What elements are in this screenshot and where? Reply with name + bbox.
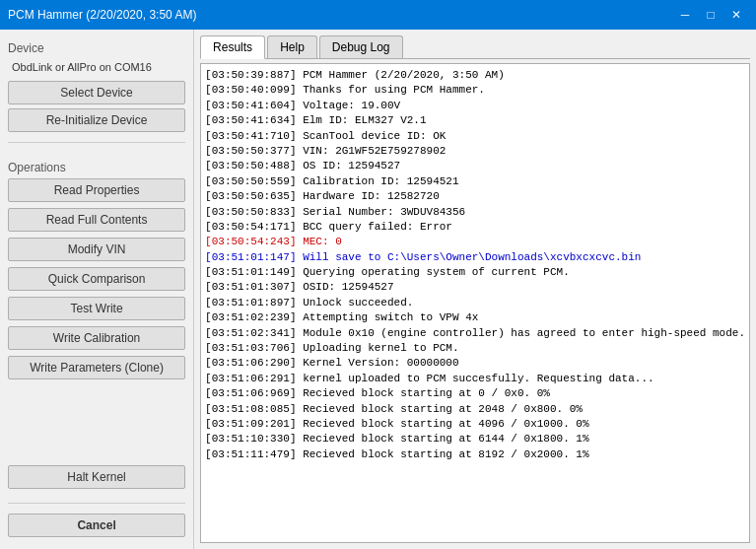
log-line: [03:51:06:969] Recieved block starting a… [205, 386, 745, 401]
log-line: [03:51:02:341] Module 0x10 (engine contr… [205, 326, 745, 341]
operations-section: Operations Read Properties Read Full Con… [8, 157, 185, 383]
log-area[interactable]: [03:50:39:887] PCM Hammer (2/20/2020, 3:… [200, 63, 750, 543]
log-line: [03:50:50:559] Calibration ID: 12594521 [205, 174, 745, 189]
log-line: [03:50:41:710] ScanTool device ID: OK [205, 129, 745, 144]
log-line: [03:50:50:833] Serial Number: 3WDUV84356 [205, 205, 745, 220]
log-line: [03:50:54:171] BCC query failed: Error [205, 220, 745, 235]
close-button[interactable]: ✕ [724, 5, 748, 25]
log-line: [03:50:50:635] Hardware ID: 12582720 [205, 189, 745, 204]
re-initialize-button[interactable]: Re-Initialize Device [8, 108, 185, 132]
log-line: [03:50:41:604] Voltage: 19.00V [205, 99, 745, 113]
tab-help[interactable]: Help [267, 35, 317, 58]
log-line: [03:51:02:239] Attempting switch to VPW … [205, 310, 745, 325]
log-line: [03:51:01:307] OSID: 12594527 [205, 280, 745, 295]
log-line: [03:51:08:085] Recieved block starting a… [205, 402, 745, 417]
main-content: Device ObdLink or AllPro on COM16 Select… [0, 30, 756, 549]
title-bar: PCM Hammer (2/20/2020, 3:50 AM) ─ □ ✕ [0, 0, 756, 30]
window-controls: ─ □ ✕ [673, 5, 748, 25]
right-panel: ResultsHelpDebug Log [03:50:39:887] PCM … [194, 30, 756, 549]
tab-debug-log[interactable]: Debug Log [319, 35, 403, 58]
log-line: [03:51:10:330] Recieved block starting a… [205, 432, 745, 446]
write-calibration-button[interactable]: Write Calibration [8, 326, 185, 350]
log-line: [03:50:40:099] Thanks for using PCM Hamm… [205, 83, 745, 98]
log-line: [03:50:54:243] MEC: 0 [205, 235, 745, 249]
write-parameters-button[interactable]: Write Parameters (Clone) [8, 356, 185, 379]
window-title: PCM Hammer (2/20/2020, 3:50 AM) [8, 8, 196, 22]
log-line: [03:51:01:897] Unlock succeeded. [205, 296, 745, 310]
log-line: [03:51:11:479] Recieved block starting a… [205, 447, 745, 462]
spacer [8, 383, 185, 465]
operations-buttons: Read Properties Read Full Contents Modif… [8, 178, 185, 383]
read-properties-button[interactable]: Read Properties [8, 178, 185, 202]
device-section-label: Device [8, 41, 185, 55]
log-line: [03:50:50:488] OS ID: 12594527 [205, 159, 745, 173]
log-line: [03:51:06:290] Kernel Version: 00000000 [205, 356, 745, 371]
device-name: ObdLink or AllPro on COM16 [8, 59, 185, 75]
read-full-contents-button[interactable]: Read Full Contents [8, 208, 185, 232]
log-line: [03:50:50:377] VIN: 2G1WF52E759278902 [205, 144, 745, 159]
log-line: [03:50:39:887] PCM Hammer (2/20/2020, 3:… [205, 68, 745, 83]
log-line: [03:51:01:149] Querying operating system… [205, 265, 745, 280]
bottom-buttons: Halt Kernel Cancel [8, 465, 185, 541]
maximize-button[interactable]: □ [699, 5, 722, 25]
operations-section-label: Operations [8, 161, 185, 174]
left-panel: Device ObdLink or AllPro on COM16 Select… [0, 30, 194, 549]
log-line: [03:51:06:291] kernel uploaded to PCM su… [205, 372, 745, 386]
quick-comparison-button[interactable]: Quick Comparison [8, 267, 185, 291]
log-line: [03:51:01:147] Will save to C:\Users\Own… [205, 250, 745, 265]
log-line: [03:51:09:201] Recieved block starting a… [205, 417, 745, 432]
halt-kernel-button[interactable]: Halt Kernel [8, 465, 185, 489]
divider-2 [8, 503, 185, 504]
tabs-bar: ResultsHelpDebug Log [200, 35, 750, 59]
cancel-button[interactable]: Cancel [8, 514, 185, 537]
modify-vin-button[interactable]: Modify VIN [8, 238, 185, 261]
log-line: [03:50:41:634] Elm ID: ELM327 V2.1 [205, 113, 745, 128]
tab-results[interactable]: Results [200, 35, 265, 59]
log-line: [03:51:03:706] Uploading kernel to PCM. [205, 341, 745, 356]
minimize-button[interactable]: ─ [673, 5, 697, 25]
divider-1 [8, 142, 185, 143]
select-device-button[interactable]: Select Device [8, 81, 185, 104]
test-write-button[interactable]: Test Write [8, 297, 185, 320]
